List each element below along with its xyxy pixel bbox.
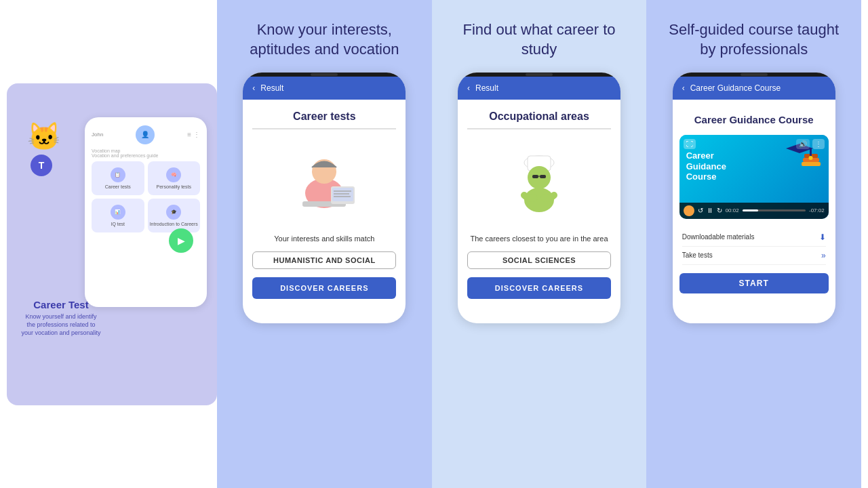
grid-item-careers[interactable]: 📋 Career tests — [92, 161, 144, 195]
current-time: 00:02 — [726, 207, 739, 214]
card-intro: 🐱 T John 👤 ≡ ⋮ Vocation mapVocation and … — [7, 83, 217, 405]
svg-point-10 — [528, 166, 551, 189]
panel2-title: Find out what career to study — [451, 20, 627, 59]
svg-rect-17 — [802, 162, 821, 166]
illustration-1 — [252, 139, 396, 227]
svg-rect-4 — [332, 188, 353, 201]
match-text-2: The careers closest to you are in the ar… — [467, 234, 611, 244]
phone-body-3: Career Guidance Course — [673, 100, 835, 323]
video-controls: ↺ ⏸ ↻ 00:02 -07:02 — [679, 203, 829, 219]
fastforward-btn[interactable]: ↻ — [717, 207, 722, 214]
grid-item-iq[interactable]: 📊 IQ test — [92, 199, 144, 232]
svg-rect-14 — [540, 175, 546, 178]
grid-item-intro[interactable]: 🎓 Introduction to Careers — [148, 199, 201, 232]
svg-point-22 — [808, 156, 812, 160]
video-thumbnail: CareerGuidanceCourse ⛶ ⋮ 🔊 — [679, 135, 829, 203]
discover-btn-1[interactable]: DISCOVER CAREERS — [252, 277, 396, 299]
back-btn-1[interactable]: ‹ — [252, 83, 255, 93]
downloadable-label: Downloadable materials — [682, 233, 755, 241]
nav-title-3: Career Guidance Course — [690, 83, 781, 93]
more-icon[interactable]: ⋮ — [812, 139, 825, 149]
phone-body-1: Career tests — [243, 100, 406, 323]
card-subtitle: Know yourself and identify the professio… — [20, 313, 102, 337]
back-btn-2[interactable]: ‹ — [467, 83, 470, 93]
illustration-2 — [467, 139, 611, 227]
volume-icon[interactable]: 🔊 — [796, 139, 810, 149]
card-intro-text: Career Test Know yourself and identify t… — [20, 299, 102, 337]
chef-svg — [502, 142, 576, 224]
phone-mock: John 👤 ≡ ⋮ Vocation mapVocation and pref… — [85, 117, 207, 307]
person-laptop-svg — [283, 146, 365, 220]
back-btn-3[interactable]: ‹ — [682, 83, 685, 93]
start-button[interactable]: START — [679, 273, 829, 293]
panel3-title: Self-guided course taught by professiona… — [666, 20, 842, 59]
section-title-2: Occupational areas — [467, 110, 611, 129]
download-icon[interactable]: ⬇ — [819, 232, 826, 242]
nav-title-1: Result — [260, 83, 283, 93]
course-meta: Downloadable materials ⬇ Take tests » — [679, 226, 829, 268]
svg-rect-21 — [810, 148, 812, 157]
video-player[interactable]: CareerGuidanceCourse ⛶ ⋮ 🔊 ↺ — [679, 135, 829, 219]
panel-course: Self-guided course taught by professiona… — [646, 0, 861, 488]
take-tests-label: Take tests — [682, 251, 713, 259]
panel-interests: Know your interests, aptitudes and vocat… — [217, 0, 432, 488]
section-title-1: Career tests — [252, 110, 396, 129]
result-badge-2: SOCIAL SCIENCES — [467, 251, 611, 269]
logo-t: T — [31, 155, 52, 176]
avatar: 👤 — [136, 125, 155, 144]
svg-rect-13 — [532, 175, 538, 178]
panel-careers: Find out what career to study ‹ Result O… — [432, 0, 647, 488]
card-title: Career Test — [20, 299, 102, 310]
arrow-right-icon[interactable]: » — [821, 251, 826, 260]
phone-frame-2: ‹ Result Occupational areas — [458, 73, 620, 323]
phone-body-2: Occupational areas — [458, 100, 620, 323]
main-container: 🐱 T John 👤 ≡ ⋮ Vocation mapVocation and … — [0, 0, 868, 488]
progress-fill — [743, 209, 758, 211]
expand-icon[interactable]: ⛶ — [684, 139, 696, 149]
grid-icons: 📋 Career tests 🧠 Personality tests 📊 IQ … — [92, 161, 200, 232]
play-button[interactable]: ▶ — [169, 228, 193, 253]
user-avatar-small — [684, 205, 694, 216]
match-text-1: Your interests and skills match — [252, 234, 396, 244]
meta-row-download: Downloadable materials ⬇ — [682, 228, 826, 247]
meta-row-tests: Take tests » — [682, 247, 826, 265]
robot-icon: 🐱 — [27, 121, 61, 152]
result-badge-1: HUMANISTIC AND SOCIAL — [252, 251, 396, 269]
phone-frame-3: ‹ Career Guidance Course Career Guidance… — [673, 73, 835, 323]
video-title-overlay: CareerGuidanceCourse — [686, 150, 726, 182]
course-title: Career Guidance Course — [679, 113, 829, 127]
nav-bar-3: ‹ Career Guidance Course — [673, 77, 835, 100]
nav-bar-2: ‹ Result — [458, 77, 620, 100]
nav-bar-1: ‹ Result — [243, 77, 406, 100]
total-time: -07:02 — [809, 207, 825, 214]
panel1-title: Know your interests, aptitudes and vocat… — [236, 20, 412, 59]
progress-bar[interactable] — [743, 209, 806, 211]
discover-btn-2[interactable]: DISCOVER CAREERS — [467, 277, 611, 299]
grid-item-personality[interactable]: 🧠 Personality tests — [148, 161, 201, 195]
rewind-btn[interactable]: ↺ — [698, 207, 703, 214]
nav-title-2: Result — [475, 83, 498, 93]
pause-btn[interactable]: ⏸ — [707, 207, 713, 214]
phone-frame-1: ‹ Result Career tests — [243, 73, 406, 323]
